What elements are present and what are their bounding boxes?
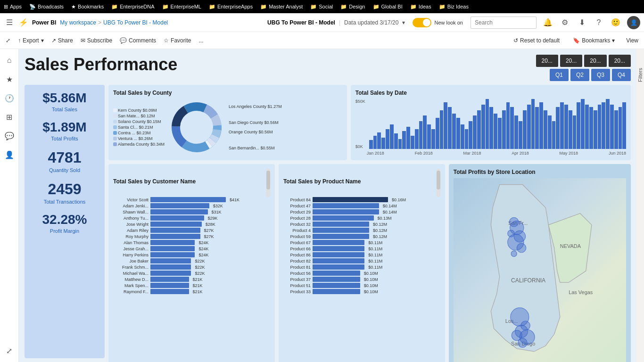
date-bar xyxy=(377,132,381,149)
help-icon[interactable]: ? xyxy=(593,17,604,28)
legend-dot xyxy=(113,120,117,123)
breadcrumb-sep: > xyxy=(98,19,101,26)
hbar-label: Anthony Tu... xyxy=(113,216,149,221)
sidebar-person-icon[interactable]: 👤 xyxy=(2,147,17,162)
date-bar xyxy=(461,124,464,149)
hbar-label: Joe Baker xyxy=(113,259,149,263)
reset-button[interactable]: ↺ Reset to default xyxy=(513,37,560,44)
social-menu[interactable]: 📁 Social xyxy=(310,4,333,10)
sidebar-clock-icon[interactable]: 🕐 xyxy=(2,90,17,106)
export-button[interactable]: ↑ Export ▾ xyxy=(18,37,44,44)
share-button[interactable]: ↗ Share xyxy=(51,37,73,44)
list-item: Product 28 $0.13M xyxy=(283,215,440,221)
q2-btn[interactable]: Q2 xyxy=(570,69,589,81)
scrollbar[interactable] xyxy=(266,169,270,197)
comments-button[interactable]: 💬 Comments xyxy=(120,37,156,44)
hbar-label: Victor Scott xyxy=(113,197,149,202)
quarter-buttons: Q1 Q2 Q3 Q4 xyxy=(550,69,631,81)
date-bar xyxy=(594,110,597,149)
enterprisedna-menu[interactable]: 📁 EnterpriseDNA xyxy=(111,4,154,10)
search-input[interactable] xyxy=(471,16,537,29)
donut-svg xyxy=(168,99,225,156)
date-bar xyxy=(585,105,589,149)
hbar-value: $0.11M xyxy=(368,253,382,257)
legend-item: San Mate... $0.12M xyxy=(113,114,165,118)
date-bar xyxy=(535,107,539,149)
sidebar-expand-icon[interactable]: ⤢ xyxy=(2,343,17,358)
masteranalyst-menu[interactable]: 📁 Master Analyst xyxy=(260,4,303,10)
expand-button[interactable]: ⤢ xyxy=(6,37,10,44)
hbar-bar xyxy=(150,240,195,245)
hbar-bar xyxy=(313,271,360,276)
workspace-link[interactable]: My workspace xyxy=(60,19,96,26)
hbar-value: $0.12M xyxy=(373,234,387,239)
hbar-value: $0.11M xyxy=(368,247,382,251)
globalbi-menu[interactable]: 📁 Global BI xyxy=(373,4,403,10)
page-title: Sales Performance xyxy=(25,55,177,74)
year-btn-1[interactable]: 20... xyxy=(560,55,582,67)
bell-icon[interactable]: 🔔 xyxy=(542,17,553,28)
hbar-value: $21K xyxy=(193,283,203,288)
legend-item: Alameda County $0.34M xyxy=(113,142,165,147)
broadcasts-menu[interactable]: 📡 Broadcasts xyxy=(29,4,64,10)
hbar-bar xyxy=(313,264,364,270)
bizideas-menu[interactable]: 📁 Biz Ideas xyxy=(439,4,469,10)
folder-icon-8: 📁 xyxy=(410,4,417,10)
date-bar xyxy=(598,105,602,149)
more-button[interactable]: ... xyxy=(198,37,203,44)
q3-btn[interactable]: Q3 xyxy=(591,69,610,81)
filters-panel: Filters xyxy=(636,49,644,362)
enterpriseapps-menu[interactable]: 📁 EnterpriseApps xyxy=(209,4,253,10)
filters-label[interactable]: Filters xyxy=(637,68,643,82)
date-bar xyxy=(411,136,414,149)
share-icon: ↗ xyxy=(51,37,56,44)
subscribe-button[interactable]: ✉ Subscribe xyxy=(81,37,112,44)
year-btn-2[interactable]: 20... xyxy=(584,55,606,67)
folder-icon-7: 📁 xyxy=(373,4,380,10)
hbar-bar xyxy=(313,215,374,221)
map-area: CALIFORNIA NEVADA Las Vegas San Fr... Lo… xyxy=(454,178,626,362)
legend-dot xyxy=(113,137,117,140)
top-bar: ⊞ Apps 📡 Broadcasts ★ Bookmarks 📁 Enterp… xyxy=(0,0,644,13)
favorite-button[interactable]: ☆ Favorite xyxy=(164,37,191,44)
new-look-toggle[interactable] xyxy=(413,18,431,27)
dropdown-arrow-icon[interactable]: ▾ xyxy=(402,19,405,26)
legend-item: Los Angeles County $1.27M xyxy=(229,104,282,109)
sidebar-apps-icon[interactable]: ⊞ xyxy=(2,109,17,124)
avatar[interactable]: 👤 xyxy=(627,16,640,29)
hbar-value: $21K xyxy=(193,277,203,282)
date-bar xyxy=(552,121,556,149)
bookmarks-button[interactable]: 🔖 Bookmarks ▾ xyxy=(573,37,615,44)
hbar-value: $22K xyxy=(195,271,205,276)
sidebar-chat-icon[interactable]: 💬 xyxy=(2,128,17,143)
nav-bar: ☰ ⚡ Power BI My workspace > UBG To Power… xyxy=(0,13,644,32)
date-bar xyxy=(523,110,527,149)
view-button[interactable]: View xyxy=(626,37,638,44)
list-item: Product 59 $0.12M xyxy=(283,234,440,239)
bookmarks-menu[interactable]: ★ Bookmarks xyxy=(71,4,104,10)
q1-btn[interactable]: Q1 xyxy=(550,69,569,81)
year-btn-3[interactable]: 20... xyxy=(609,55,631,67)
hamburger-icon[interactable]: ☰ xyxy=(4,17,15,28)
date-bar xyxy=(573,115,577,149)
sidebar-home-icon[interactable]: ⌂ xyxy=(2,53,17,68)
hbar-label: Product 33 xyxy=(283,289,311,294)
emoji-icon[interactable]: 🙂 xyxy=(610,17,621,28)
enterpriseml-menu[interactable]: 📁 EnterpriseML xyxy=(162,4,201,10)
report-link[interactable]: UBG To Power BI - Model xyxy=(103,19,168,26)
date-bar xyxy=(473,115,477,149)
download-icon[interactable]: ⬇ xyxy=(576,17,587,28)
sidebar-star-icon[interactable]: ★ xyxy=(2,72,17,87)
settings-icon[interactable]: ⚙ xyxy=(559,17,570,28)
y-axis: $50K $0K xyxy=(355,99,367,149)
apps-menu[interactable]: ⊞ Apps xyxy=(4,4,22,10)
year-btn-0[interactable]: 20... xyxy=(536,55,558,67)
date-bar xyxy=(614,110,618,149)
design-menu[interactable]: 📁 Design xyxy=(340,4,365,10)
hbar-value: $0.12M xyxy=(373,222,387,227)
list-item: Product 56 $0.10M xyxy=(283,271,440,276)
product-scrollbar[interactable] xyxy=(437,169,440,197)
q4-btn[interactable]: Q4 xyxy=(612,69,631,81)
list-item: Product 66 $0.11M xyxy=(283,246,440,251)
ideas-menu[interactable]: 📁 Ideas xyxy=(410,4,431,10)
